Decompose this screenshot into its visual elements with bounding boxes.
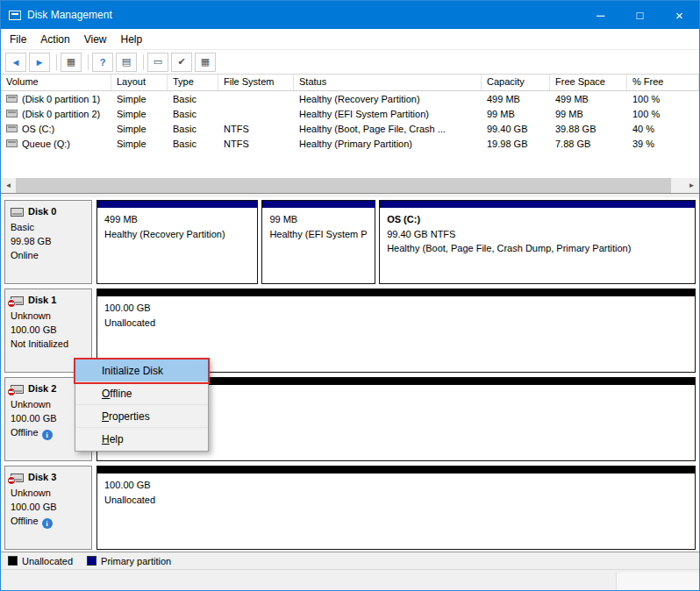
- context-menu-items: Initialize DiskOfflinePropertiesHelp: [75, 360, 208, 451]
- column-header-layout[interactable]: Layout: [111, 75, 168, 90]
- context-menu-item-help[interactable]: Help: [75, 428, 208, 451]
- window-button[interactable]: ▤: [116, 53, 137, 72]
- volume-name-cell: OS (C:): [1, 121, 111, 136]
- volume-cell: 99.40 GB: [482, 121, 550, 136]
- toolbar: ◄►▦?▤▭✔▦: [1, 50, 699, 75]
- app-icon: [9, 11, 21, 20]
- volume-cell: Healthy (Boot, Page File, Crash ...: [294, 121, 482, 136]
- volume-cell: 39 %: [627, 136, 699, 151]
- action-pane-icon: ▭: [154, 56, 162, 68]
- partition-disk-0-2[interactable]: OS (C:)99.40 GB NTFSHealthy (Boot, Page …: [379, 200, 696, 284]
- volume-row-os-c[interactable]: OS (C:)SimpleBasicNTFSHealthy (Boot, Pag…: [1, 121, 699, 136]
- menu-view[interactable]: View: [77, 31, 114, 48]
- partition-disk-0-1[interactable]: 99 MBHealthy (EFI System Pa: [261, 200, 375, 284]
- volume-table-body: (Disk 0 partition 1)SimpleBasicHealthy (…: [1, 91, 699, 178]
- console-tree-button[interactable]: ▦: [61, 53, 82, 72]
- volume-cell: 499 MB: [550, 91, 627, 106]
- disk-header-disk-0[interactable]: Disk 0Basic99.98 GBOnline: [4, 200, 92, 284]
- disk-context-menu: Initialize DiskOfflinePropertiesHelp: [75, 359, 209, 452]
- menu-help[interactable]: Help: [114, 31, 150, 48]
- volume-name-cell: (Disk 0 partition 1): [1, 91, 111, 106]
- volume-table-header: VolumeLayoutTypeFile SystemStatusCapacit…: [1, 75, 699, 91]
- drive-icon: [11, 474, 24, 482]
- volume-cell: Basic: [168, 91, 218, 106]
- window-title: Disk Management: [27, 9, 112, 21]
- volume-row-disk-0-partition-2[interactable]: (Disk 0 partition 2)SimpleBasicHealthy (…: [1, 106, 699, 121]
- volume-icon: [6, 110, 18, 117]
- disk-row-disk-0: Disk 0Basic99.98 GBOnline499 MBHealthy (…: [4, 200, 696, 284]
- volume-name-cell: (Disk 0 partition 2): [1, 106, 111, 121]
- volume-cell: Basic: [168, 106, 218, 121]
- partition-disk-0-0[interactable]: 499 MBHealthy (Recovery Partition): [96, 200, 258, 284]
- volume-cell: [218, 106, 294, 121]
- context-menu-item-initialize-disk[interactable]: Initialize Disk: [75, 360, 208, 382]
- volume-cell: Healthy (Recovery Partition): [294, 91, 482, 106]
- partition-disk-3-0[interactable]: 100.00 GBUnallocated: [96, 466, 696, 550]
- volume-cell: 100 %: [627, 91, 699, 106]
- status-bar: [1, 569, 699, 590]
- forward-button[interactable]: ►: [29, 53, 50, 72]
- action-pane-button[interactable]: ▭: [147, 53, 168, 72]
- minimize-button[interactable]: ─: [581, 1, 620, 29]
- volume-cell: 40 %: [627, 121, 699, 136]
- scrollbar-thumb[interactable]: [16, 178, 671, 193]
- toolbar-separator: [56, 54, 57, 70]
- column-header-status[interactable]: Status: [294, 75, 482, 90]
- volume-list-pane: VolumeLayoutTypeFile SystemStatusCapacit…: [1, 75, 699, 194]
- close-button[interactable]: ×: [660, 1, 699, 29]
- column-header-free-space[interactable]: Free Space: [550, 75, 627, 90]
- column-header-capacity[interactable]: Capacity: [482, 75, 550, 90]
- toolbar-separator: [143, 54, 144, 70]
- details-button[interactable]: ▦: [195, 53, 216, 72]
- menu-bar: FileActionViewHelp: [1, 29, 699, 50]
- volume-row-disk-0-partition-1[interactable]: (Disk 0 partition 1)SimpleBasicHealthy (…: [1, 91, 699, 106]
- partition-type-bar: [97, 201, 257, 208]
- legend-item-unallocated: Unallocated: [8, 556, 73, 566]
- disk-header-disk-3[interactable]: Disk 3Unknown100.00 GBOffline: [4, 466, 92, 550]
- resize-grip: [616, 573, 699, 590]
- column-header-type[interactable]: Type: [168, 75, 218, 90]
- back-button[interactable]: ◄: [5, 53, 26, 72]
- volume-cell: 100 %: [627, 106, 699, 121]
- drive-icon: [11, 208, 24, 217]
- volume-cell: Healthy (Primary Partition): [294, 136, 482, 151]
- column-header-volume[interactable]: Volume: [1, 75, 111, 90]
- disk-row-disk-3: Disk 3Unknown100.00 GBOffline100.00 GBUn…: [4, 466, 696, 550]
- partition-type-bar: [380, 201, 695, 208]
- volume-cell: [218, 91, 294, 106]
- volume-cell: Simple: [111, 136, 168, 151]
- drive-icon: [11, 296, 24, 305]
- scroll-right-icon[interactable]: ►: [684, 178, 699, 193]
- menu-file[interactable]: File: [3, 31, 33, 48]
- back-icon: ◄: [11, 57, 21, 68]
- column-header-free[interactable]: % Free: [627, 75, 699, 90]
- maximize-button[interactable]: □: [620, 1, 660, 29]
- details-icon: ▦: [201, 56, 210, 68]
- menu-action[interactable]: Action: [33, 31, 76, 48]
- info-icon: [42, 518, 53, 529]
- volume-row-queue-q[interactable]: Queue (Q:)SimpleBasicNTFSHealthy (Primar…: [1, 136, 699, 151]
- scrollbar-track[interactable]: [16, 178, 684, 193]
- disk-management-window: Disk Management ─ □ × FileActionViewHelp…: [0, 0, 700, 591]
- horizontal-scrollbar[interactable]: ◄ ►: [1, 178, 699, 193]
- check-button[interactable]: ✔: [171, 53, 192, 72]
- scroll-left-icon[interactable]: ◄: [1, 178, 16, 193]
- context-menu-item-offline[interactable]: Offline: [75, 382, 208, 405]
- help-icon: ?: [100, 57, 106, 68]
- volume-cell: Healthy (EFI System Partition): [294, 106, 482, 121]
- console-tree-icon: ▦: [67, 56, 75, 68]
- volume-cell: NTFS: [218, 136, 294, 151]
- volume-cell: 19.98 GB: [482, 136, 550, 151]
- forward-icon: ►: [35, 57, 45, 68]
- help-button[interactable]: ?: [92, 53, 113, 72]
- volume-cell: 499 MB: [482, 91, 550, 106]
- volume-cell: 39.88 GB: [550, 121, 627, 136]
- toolbar-separator: [88, 54, 89, 70]
- volume-cell: Simple: [111, 106, 168, 121]
- context-menu-item-properties[interactable]: Properties: [75, 405, 208, 428]
- volume-cell: Simple: [111, 121, 168, 136]
- column-header-file-system[interactable]: File System: [218, 75, 294, 90]
- volume-icon: [6, 139, 18, 147]
- volume-cell: Basic: [168, 121, 218, 136]
- legend-swatch-primary-partition: [87, 556, 96, 566]
